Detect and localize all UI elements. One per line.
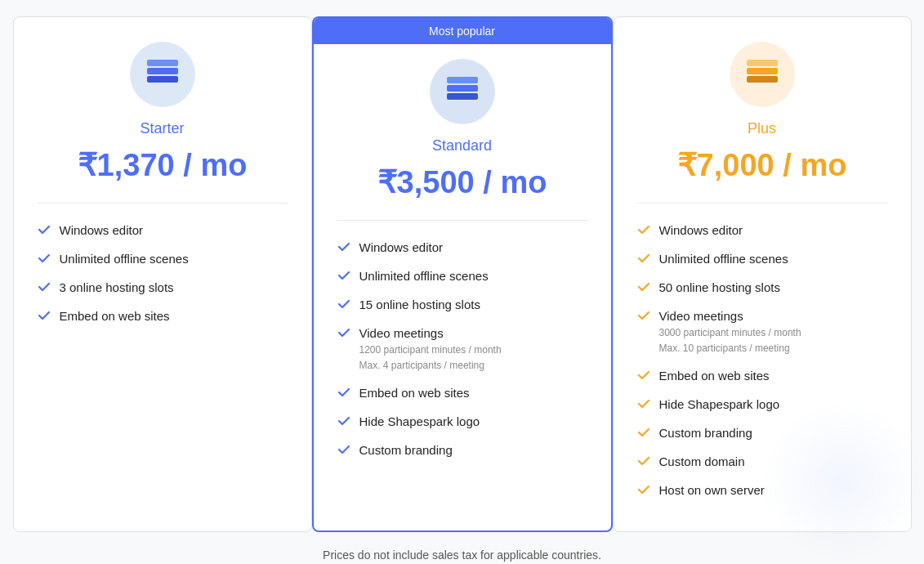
most-popular-badge: Most popular xyxy=(314,18,611,44)
starter-divider xyxy=(37,203,288,204)
feature-text: Video meetings 1200 participant minutes … xyxy=(359,325,502,373)
feature-text: Custom branding xyxy=(659,424,752,441)
starter-stack-icon xyxy=(146,60,179,89)
check-icon xyxy=(37,222,51,237)
check-icon xyxy=(337,268,351,283)
list-item: Custom branding xyxy=(337,441,588,459)
icon-layer-3 xyxy=(447,93,478,100)
list-item: Hide Shapespark logo xyxy=(636,396,888,413)
plus-plan-price: ₹7,000 / mo xyxy=(636,147,888,183)
list-item: Embed on web sites xyxy=(37,307,288,325)
check-icon xyxy=(636,425,651,440)
list-item: Unlimited offline scenes xyxy=(636,250,888,267)
plus-icon-circle xyxy=(730,42,795,107)
tax-note: Prices do not include sales tax for appl… xyxy=(13,548,912,562)
check-icon xyxy=(636,454,651,468)
standard-plan-name: Standard xyxy=(337,137,588,154)
standard-plan-price: ₹3,500 / mo xyxy=(337,164,588,200)
check-icon xyxy=(636,368,651,383)
feature-text: 15 online hosting slots xyxy=(359,296,480,313)
feature-text: Hide Shapespark logo xyxy=(359,413,480,430)
list-item: Custom domain xyxy=(636,453,888,470)
list-item: Video meetings 1200 participant minutes … xyxy=(337,325,588,373)
feature-text: Hide Shapespark logo xyxy=(659,396,780,413)
list-item: Windows editor xyxy=(636,222,888,239)
feature-text: Video meetings 3000 participant minutes … xyxy=(659,307,801,356)
check-icon xyxy=(337,297,351,311)
plan-card-plus: Plus ₹7,000 / mo Windows editor Unlimite… xyxy=(613,16,912,532)
check-icon xyxy=(337,239,351,254)
icon-layer-2 xyxy=(447,85,478,92)
starter-icon-circle xyxy=(130,42,195,107)
icon-layer-2 xyxy=(747,68,778,74)
check-icon xyxy=(636,222,651,237)
list-item: 3 online hosting slots xyxy=(37,279,288,296)
video-meetings-sub2: Max. 4 participants / meeting xyxy=(359,359,502,373)
plus-video-meetings-sub1: 3000 participant minutes / month xyxy=(659,326,801,340)
starter-plan-price: ₹1,370 / mo xyxy=(37,147,288,183)
plan-card-starter: Starter ₹1,370 / mo Windows editor Unlim… xyxy=(13,16,312,532)
feature-text: Unlimited offline scenes xyxy=(60,250,189,267)
check-icon xyxy=(636,308,651,323)
list-item: Windows editor xyxy=(337,239,588,256)
video-meetings-sub1: 1200 participant minutes / month xyxy=(359,343,502,357)
standard-stack-icon xyxy=(446,77,479,106)
feature-text: Embed on web sites xyxy=(60,307,170,325)
feature-text: 3 online hosting slots xyxy=(60,279,174,296)
list-item: Hide Shapespark logo xyxy=(337,413,588,430)
icon-layer-1 xyxy=(147,60,178,66)
list-item: Embed on web sites xyxy=(337,384,588,401)
list-item: 50 online hosting slots xyxy=(636,279,888,296)
check-icon xyxy=(337,385,351,400)
check-icon xyxy=(337,414,351,428)
check-icon xyxy=(636,280,651,294)
plus-plan-name: Plus xyxy=(636,120,888,137)
check-icon xyxy=(37,251,51,266)
feature-text: Custom domain xyxy=(659,453,745,470)
feature-text: Custom branding xyxy=(359,441,453,459)
icon-layer-1 xyxy=(747,60,778,66)
plus-video-meetings-sub2: Max. 10 participants / meeting xyxy=(659,342,801,356)
plus-video-meetings-label: Video meetings xyxy=(659,309,743,323)
list-item: Embed on web sites xyxy=(636,367,888,384)
feature-text: Embed on web sites xyxy=(659,367,770,384)
standard-features-list: Windows editor Unlimited offline scenes … xyxy=(337,239,588,459)
standard-icon-circle xyxy=(430,59,495,124)
list-item: Unlimited offline scenes xyxy=(37,250,288,267)
check-icon xyxy=(337,325,351,340)
feature-text: Unlimited offline scenes xyxy=(359,267,489,284)
icon-layer-3 xyxy=(747,76,778,83)
feature-text: Embed on web sites xyxy=(359,384,470,401)
list-item: 15 online hosting slots xyxy=(337,296,588,313)
check-icon xyxy=(37,308,51,323)
feature-text: Unlimited offline scenes xyxy=(659,250,788,267)
feature-text: Windows editor xyxy=(60,222,144,239)
list-item: Unlimited offline scenes xyxy=(337,267,588,284)
plus-stack-icon xyxy=(746,60,779,89)
check-icon xyxy=(636,396,651,411)
list-item: Video meetings 3000 participant minutes … xyxy=(636,307,888,356)
feature-text: Windows editor xyxy=(659,222,743,239)
check-icon xyxy=(337,442,351,457)
pricing-container: Starter ₹1,370 / mo Windows editor Unlim… xyxy=(13,16,912,532)
list-item: Windows editor xyxy=(37,222,288,239)
starter-features-list: Windows editor Unlimited offline scenes … xyxy=(37,222,288,325)
footer-area: Prices do not include sales tax for appl… xyxy=(13,548,912,564)
check-icon xyxy=(636,251,651,266)
plan-card-standard: Most popular Standard ₹3,500 / mo Window… xyxy=(312,16,613,532)
feature-text: Host on own server xyxy=(659,481,765,499)
feature-text: 50 online hosting slots xyxy=(659,279,780,296)
feature-text: Windows editor xyxy=(359,239,444,256)
standard-divider xyxy=(337,220,588,221)
icon-layer-1 xyxy=(447,77,478,83)
icon-layer-3 xyxy=(147,76,178,83)
plus-features-list: Windows editor Unlimited offline scenes … xyxy=(636,222,888,499)
check-icon xyxy=(37,280,51,294)
list-item: Custom branding xyxy=(636,424,888,441)
icon-layer-2 xyxy=(147,68,178,74)
check-icon xyxy=(636,482,651,497)
video-meetings-label: Video meetings xyxy=(359,326,444,340)
list-item: Host on own server xyxy=(636,481,888,499)
starter-plan-name: Starter xyxy=(37,120,288,137)
plus-divider xyxy=(636,203,888,204)
